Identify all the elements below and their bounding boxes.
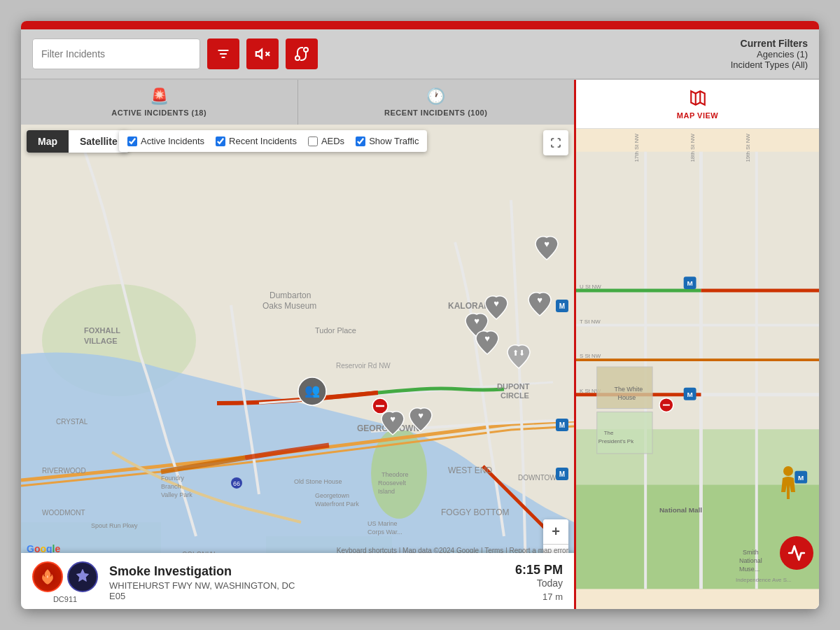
tab-map-view[interactable]: MAP VIEW — [576, 80, 819, 129]
map-container: FOXHALL VILLAGE CRYSTAL RIVERWOOD WOODMO… — [21, 125, 574, 609]
mute-button[interactable] — [246, 38, 279, 69]
incident-info: Smoke Investigation WHITEHURST FWY NW, W… — [109, 564, 504, 601]
svg-text:18th St NW: 18th St NW — [690, 134, 696, 162]
recent-incidents-checkbox-label[interactable]: Recent Incidents — [216, 136, 297, 146]
route-icon — [293, 46, 310, 62]
tab-bar: 🚨 ACTIVE INCIDENTS (18) 🕐 RECENT INCIDEN… — [21, 80, 574, 125]
fullscreen-button[interactable] — [543, 130, 568, 155]
svg-text:U St NW: U St NW — [580, 284, 601, 290]
svg-text:♥: ♥ — [537, 295, 542, 305]
svg-text:The White: The White — [615, 386, 643, 393]
svg-text:19th St NW: 19th St NW — [745, 134, 751, 162]
agency-name: DC911 — [32, 595, 98, 603]
svg-text:Dumbarton: Dumbarton — [270, 290, 311, 300]
route-button[interactable] — [286, 38, 318, 69]
svg-text:National: National — [739, 557, 762, 564]
svg-text:Oaks Museum: Oaks Museum — [262, 301, 316, 311]
svg-text:Island: Island — [378, 488, 395, 495]
svg-text:♥: ♥ — [474, 316, 479, 326]
map-svg: FOXHALL VILLAGE CRYSTAL RIVERWOOD WOODMO… — [21, 125, 574, 609]
active-incidents-checkbox[interactable] — [127, 136, 137, 146]
active-incidents-label: ACTIVE INCIDENTS (18) — [111, 108, 206, 117]
incident-address: WHITEHURST FWY NW, WASHINGTON, DC — [109, 580, 504, 591]
right-map-svg: 17th St NW 18th St NW 19th St NW U St NW… — [576, 129, 819, 609]
svg-text:S St NW: S St NW — [580, 353, 601, 359]
svg-text:Georgetown: Georgetown — [315, 492, 349, 499]
marker-3[interactable]: ♥ — [526, 289, 553, 321]
marker-elevator[interactable]: ⬆⬇ — [505, 342, 532, 374]
svg-text:M: M — [687, 391, 692, 398]
filter-icon — [216, 47, 230, 61]
svg-text:♥: ♥ — [390, 414, 396, 424]
zoom-in-button[interactable]: + — [543, 519, 568, 545]
aeds-checkbox[interactable] — [308, 136, 318, 146]
right-panel: MAP VIEW — [574, 80, 819, 609]
active-incidents-checkbox-text: Active Incidents — [141, 136, 204, 146]
metro-marker-2: M — [556, 419, 568, 431]
map-view-icon — [689, 89, 707, 111]
svg-text:Muse...: Muse... — [739, 566, 760, 573]
incident-time-value: 6:15 PM — [515, 563, 563, 578]
metro-marker-1: M — [556, 300, 568, 312]
marker-group[interactable]: 👥 — [298, 377, 327, 409]
incident-title: Smoke Investigation — [109, 564, 504, 579]
svg-text:National Mall: National Mall — [659, 506, 702, 514]
show-traffic-checkbox-label[interactable]: Show Traffic — [356, 136, 419, 146]
incident-icons: DC911 — [32, 561, 98, 603]
marker-5[interactable]: ♥ — [474, 328, 500, 360]
svg-text:President's Pk: President's Pk — [598, 438, 634, 444]
svg-text:Theodore: Theodore — [382, 471, 409, 478]
clock-icon: 🕐 — [426, 88, 445, 106]
recent-incidents-label: RECENT INCIDENTS (100) — [384, 108, 487, 117]
svg-text:M: M — [687, 279, 692, 287]
svg-point-6 — [295, 56, 300, 60]
map-type-map-button[interactable]: Map — [27, 130, 69, 153]
recent-incidents-checkbox[interactable] — [216, 136, 225, 146]
tab-recent-incidents[interactable]: 🕐 RECENT INCIDENTS (100) — [298, 80, 575, 125]
svg-text:DOWNTOWN: DOWNTOWN — [518, 474, 561, 482]
svg-text:Valley Park: Valley Park — [161, 491, 192, 498]
marker-7[interactable]: ♥ — [407, 405, 434, 437]
tab-active-incidents[interactable]: 🚨 ACTIVE INCIDENTS (18) — [21, 80, 298, 125]
svg-text:17th St NW: 17th St NW — [634, 134, 640, 162]
incident-card[interactable]: DC911 Smoke Investigation WHITEHURST FWY… — [21, 553, 574, 609]
svg-text:⬆⬇: ⬆⬇ — [512, 349, 525, 357]
svg-text:FOGGY BOTTOM: FOGGY BOTTOM — [441, 507, 510, 517]
filter-input[interactable] — [32, 38, 200, 69]
svg-text:CIRCLE: CIRCLE — [500, 391, 529, 400]
alarm-icon: 🚨 — [150, 88, 169, 106]
svg-text:👥: 👥 — [304, 383, 321, 398]
active-incidents-checkbox-label[interactable]: Active Incidents — [127, 136, 204, 146]
marker-red-1[interactable] — [372, 398, 388, 417]
red-pulse-marker[interactable] — [780, 536, 813, 570]
police-badge — [67, 561, 98, 592]
svg-text:Old Stone House: Old Stone House — [294, 478, 342, 485]
aeds-checkbox-label[interactable]: AEDs — [308, 136, 344, 146]
agency-filter: Agencies (1) — [731, 49, 808, 59]
svg-text:Branch: Branch — [161, 483, 181, 490]
svg-text:Corps War...: Corps War... — [368, 528, 402, 536]
svg-text:66: 66 — [233, 480, 240, 487]
incident-ago: 17 m — [515, 592, 563, 602]
aeds-checkbox-text: AEDs — [321, 136, 344, 146]
marker-1[interactable]: ♥ — [533, 233, 560, 265]
incident-day: Today — [515, 578, 563, 589]
main-area: 🚨 ACTIVE INCIDENTS (18) 🕐 RECENT INCIDEN… — [21, 80, 819, 609]
toolbar: Current Filters Agencies (1) Incident Ty… — [21, 29, 819, 80]
fire-badge — [32, 561, 63, 592]
svg-marker-3 — [256, 50, 262, 59]
person-marker — [777, 465, 799, 503]
incident-unit: E05 — [109, 591, 504, 601]
svg-text:Waterfront Park: Waterfront Park — [315, 500, 359, 507]
svg-text:♥: ♥ — [493, 298, 499, 309]
filter-button[interactable] — [207, 38, 239, 69]
svg-text:Foundry: Foundry — [161, 475, 185, 482]
metro-marker-3: M — [556, 468, 568, 480]
svg-text:DUPONT: DUPONT — [497, 382, 530, 391]
svg-text:CRYSTAL: CRYSTAL — [56, 418, 88, 426]
svg-text:Reservoir Rd NW: Reservoir Rd NW — [336, 362, 391, 370]
svg-text:♥: ♥ — [418, 410, 424, 421]
show-traffic-checkbox[interactable] — [356, 136, 365, 146]
svg-text:WOODMONT: WOODMONT — [42, 509, 85, 517]
top-red-bar — [21, 21, 819, 29]
